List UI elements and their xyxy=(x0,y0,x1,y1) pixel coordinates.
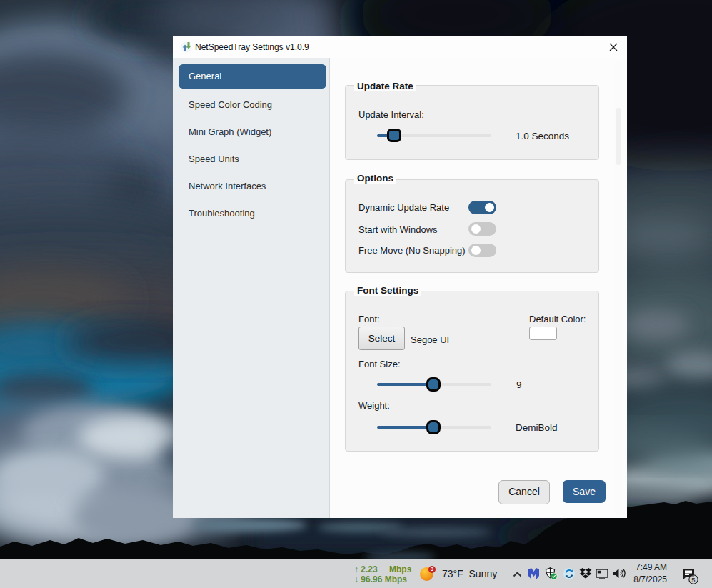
svg-text:5: 5 xyxy=(691,576,695,584)
